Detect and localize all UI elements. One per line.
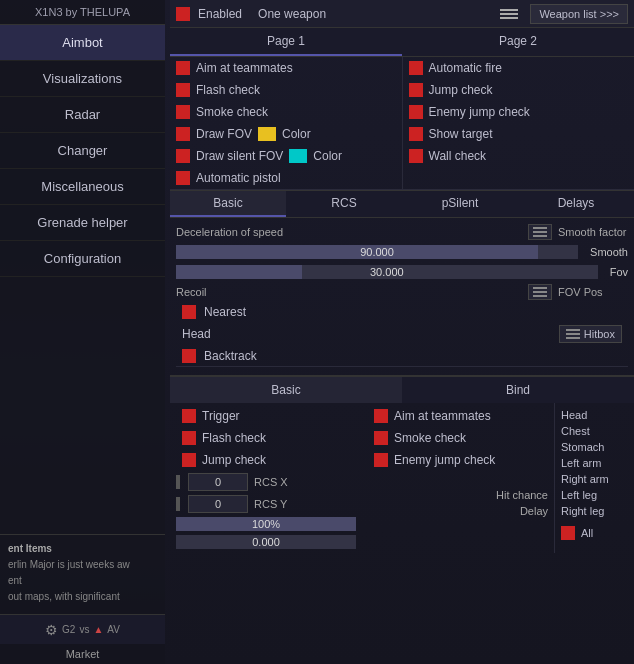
hit-chance-slider[interactable]: 100%: [176, 517, 356, 531]
smoke-check-checkbox[interactable]: [176, 105, 190, 119]
draw-fov-checkbox[interactable]: [176, 127, 190, 141]
bind-left-leg[interactable]: Left leg: [561, 487, 628, 503]
subtab-basic[interactable]: Basic: [170, 191, 286, 217]
nearest-label: Nearest: [204, 305, 246, 319]
smoke-check-label: Smoke check: [196, 105, 268, 119]
rcs-x-input[interactable]: [188, 473, 248, 491]
wall-check-label: Wall check: [429, 149, 487, 163]
bind-chest[interactable]: Chest: [561, 423, 628, 439]
nearest-row: Nearest: [176, 302, 628, 322]
all-row: All: [561, 523, 628, 543]
lower-enemy-jump-check-row: Enemy jump check: [368, 449, 548, 471]
lower-flash-check-checkbox[interactable]: [182, 431, 196, 445]
backtrack-row: Backtrack: [176, 346, 628, 367]
fov-slider[interactable]: 30.000: [176, 265, 598, 279]
jump-check-label: Jump check: [429, 83, 493, 97]
hit-chance-label: Hit chance: [496, 489, 548, 501]
lower-tab-bind[interactable]: Bind: [402, 377, 634, 403]
lower-section: Basic Bind Trigger Flash check Jump chec…: [170, 375, 634, 553]
delay-label: Delay: [520, 505, 548, 517]
delay-slider[interactable]: 0.000: [176, 535, 356, 549]
backtrack-label: Backtrack: [204, 349, 257, 363]
lower-aim-teammates-checkbox[interactable]: [374, 409, 388, 423]
backtrack-checkbox[interactable]: [182, 349, 196, 363]
lower-aim-teammates-label: Aim at teammates: [394, 409, 491, 423]
bind-right-arm[interactable]: Right arm: [561, 471, 628, 487]
app-title: X1N3 by THELUPA: [0, 0, 165, 25]
bind-right-leg[interactable]: Right leg: [561, 503, 628, 519]
nearest-checkbox[interactable]: [182, 305, 196, 319]
recoil-row: Recoil FOV Pos: [176, 282, 628, 302]
flash-check-label: Flash check: [196, 83, 260, 97]
draw-silent-fov-label: Draw silent FOV: [196, 149, 283, 163]
lower-jump-check-checkbox[interactable]: [182, 453, 196, 467]
rcs-x-right-label: [368, 471, 548, 479]
aim-teammates-checkbox[interactable]: [176, 61, 190, 75]
all-label: All: [581, 525, 593, 541]
slider1-row: 90.000 Smooth: [176, 242, 628, 262]
sidebar-item-miscellaneous[interactable]: Miscellaneous: [0, 169, 165, 205]
wall-check-checkbox[interactable]: [409, 149, 423, 163]
draw-silent-fov-checkbox[interactable]: [176, 149, 190, 163]
flash-check-checkbox[interactable]: [176, 83, 190, 97]
fov-color-label: Color: [282, 127, 311, 141]
fov-pos-label: FOV Pos: [558, 286, 628, 298]
silent-fov-color-label: Color: [313, 149, 342, 163]
lower-flash-check-row: Flash check: [176, 427, 356, 449]
fov-color-swatch[interactable]: [258, 127, 276, 141]
lower-enemy-jump-check-checkbox[interactable]: [374, 453, 388, 467]
show-target-label: Show target: [429, 127, 493, 141]
lower-tab-basic[interactable]: Basic: [170, 377, 402, 403]
subtab-delays[interactable]: Delays: [518, 191, 634, 217]
bind-col: Head Chest Stomach Left arm Right arm Le…: [554, 403, 634, 553]
tab-page2[interactable]: Page 2: [402, 28, 634, 56]
head-row: Head Hitbox: [176, 322, 628, 346]
jump-check-checkbox[interactable]: [409, 83, 423, 97]
sidebar-item-configuration[interactable]: Configuration: [0, 241, 165, 277]
hitbox-button[interactable]: Hitbox: [559, 325, 622, 343]
delay-label-row: Delay: [368, 503, 548, 519]
menu-icon[interactable]: [496, 5, 522, 23]
automatic-fire-checkbox[interactable]: [409, 61, 423, 75]
all-checkbox[interactable]: [561, 526, 575, 540]
bind-stomach[interactable]: Stomach: [561, 439, 628, 455]
smooth-factor-icon[interactable]: [528, 224, 552, 240]
weapon-list-button[interactable]: Weapon list >>>: [530, 4, 628, 24]
bind-head[interactable]: Head: [561, 407, 628, 423]
lower-jump-check-label: Jump check: [202, 453, 266, 467]
rcs-x-row: RCS X: [176, 471, 356, 493]
show-target-checkbox[interactable]: [409, 127, 423, 141]
sidebar-item-aimbot[interactable]: Aimbot: [0, 25, 165, 61]
lower-smoke-check-label: Smoke check: [394, 431, 466, 445]
subtab-rcs[interactable]: RCS: [286, 191, 402, 217]
enabled-checkbox[interactable]: [176, 7, 190, 21]
sidebar-item-radar[interactable]: Radar: [0, 97, 165, 133]
lower-col-mid: Aim at teammates Smoke check Enemy jump …: [362, 403, 554, 553]
news-title: ent Items: [8, 543, 157, 554]
col-left: Aim at teammates Flash check Smoke check…: [170, 57, 403, 189]
subtab-psilent[interactable]: pSilent: [402, 191, 518, 217]
rcs-y-row: RCS Y: [176, 493, 356, 515]
fov-pos-icon[interactable]: [528, 284, 552, 300]
recoil-label: Recoil: [176, 286, 246, 298]
lower-smoke-check-checkbox[interactable]: [374, 431, 388, 445]
silent-fov-color-swatch[interactable]: [289, 149, 307, 163]
sidebar-item-changer[interactable]: Changer: [0, 133, 165, 169]
sidebar-item-grenade-helper[interactable]: Grenade helper: [0, 205, 165, 241]
bind-left-arm[interactable]: Left arm: [561, 455, 628, 471]
enabled-label: Enabled: [198, 7, 242, 21]
trigger-checkbox[interactable]: [182, 409, 196, 423]
row-automatic-fire: Automatic fire: [403, 57, 635, 79]
rcs-y-input[interactable]: [188, 495, 248, 513]
trigger-label: Trigger: [202, 409, 240, 423]
automatic-pistol-checkbox[interactable]: [176, 171, 190, 185]
top-bar: Enabled One weapon Weapon list >>>: [170, 0, 634, 28]
sidebar-item-visualizations[interactable]: Visualizations: [0, 61, 165, 97]
deceleration-slider[interactable]: 90.000: [176, 245, 578, 259]
smooth-label: Smooth: [590, 246, 628, 258]
enemy-jump-check-checkbox[interactable]: [409, 105, 423, 119]
fov-label: Fov: [610, 266, 628, 278]
rcs-y-label: RCS Y: [254, 498, 324, 510]
automatic-fire-label: Automatic fire: [429, 61, 502, 75]
tab-page1[interactable]: Page 1: [170, 28, 402, 56]
